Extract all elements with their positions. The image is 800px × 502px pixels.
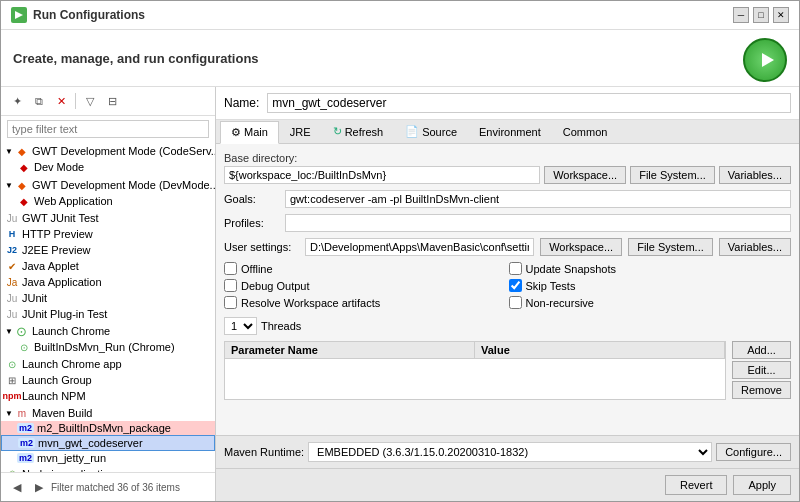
header: Create, manage, and run configurations [1, 30, 799, 87]
right-panel: Name: ⚙ Main JRE ↻ Refresh 📄 Source [216, 87, 799, 501]
close-button[interactable]: ✕ [773, 7, 789, 23]
add-param-button[interactable]: Add... [732, 341, 791, 359]
tree-item-builtindsmvn-run[interactable]: ⊙ BuiltInDsMvn_Run (Chrome) [1, 339, 215, 355]
configure-button[interactable]: Configure... [716, 443, 791, 461]
list-item: ▼ ◆ GWT Development Mode (CodeServ... ◆ … [1, 142, 215, 176]
form-area: Base directory: Workspace... File System… [216, 144, 799, 435]
tree-item-http[interactable]: H HTTP Preview [1, 226, 215, 242]
tree-item-launch-npm[interactable]: npm Launch NPM [1, 388, 215, 404]
source-tab-icon: 📄 [405, 125, 419, 138]
tree-label: JUnit Plug-in Test [22, 308, 107, 320]
param-name-header: Parameter Name [225, 342, 475, 358]
tree-item-junit-plugin[interactable]: Ju JUnit Plug-in Test [1, 306, 215, 322]
checkbox-resolve-workspace[interactable]: Resolve Workspace artifacts [224, 296, 507, 309]
tree-label: Java Application [22, 276, 102, 288]
filter-status: Filter matched 36 of 36 items [51, 482, 209, 493]
collapse-button[interactable]: ⊟ [102, 91, 122, 111]
run-button[interactable] [743, 38, 787, 82]
checkbox-non-recursive[interactable]: Non-recursive [509, 296, 792, 309]
base-dir-input[interactable] [224, 166, 540, 184]
tree-label: GWT JUnit Test [22, 212, 99, 224]
bottom-bar: Revert Apply [216, 468, 799, 501]
checkbox-update-snapshots[interactable]: Update Snapshots [509, 262, 792, 275]
next-button[interactable]: ▶ [29, 477, 49, 497]
checkbox-offline[interactable]: Offline [224, 262, 507, 275]
tree-item-launch-chrome[interactable]: ▼ ⊙ Launch Chrome [1, 323, 215, 339]
profiles-input[interactable] [285, 214, 791, 232]
main-tab-label: Main [244, 126, 268, 138]
tree-label: mvn_gwt_codeserver [38, 437, 143, 449]
filter-input[interactable] [7, 120, 209, 138]
minimize-button[interactable]: ─ [733, 7, 749, 23]
user-settings-input[interactable] [305, 238, 534, 256]
tab-main[interactable]: ⚙ Main [220, 121, 279, 144]
apply-button[interactable]: Apply [733, 475, 791, 495]
tree-item-gwt-codeserv[interactable]: ▼ ◆ GWT Development Mode (CodeServ... [1, 143, 215, 159]
edit-param-button[interactable]: Edit... [732, 361, 791, 379]
tree-label: Launch Chrome app [22, 358, 122, 370]
variables-button-2[interactable]: Variables... [719, 238, 791, 256]
tree-item-mvn-gwt-codeserver[interactable]: m2 mvn_gwt_codeserver [1, 435, 215, 451]
variables-button-1[interactable]: Variables... [719, 166, 791, 184]
skip-tests-checkbox[interactable] [509, 279, 522, 292]
config-tree: ▼ ◆ GWT Development Mode (CodeServ... ◆ … [1, 142, 215, 472]
threads-select[interactable]: 124 [224, 317, 257, 335]
common-tab-label: Common [563, 126, 608, 138]
tree-label: Java Applet [22, 260, 79, 272]
tree-item-java-applet[interactable]: ✔ Java Applet [1, 258, 215, 274]
params-table: Parameter Name Value [224, 341, 726, 400]
tab-refresh[interactable]: ↻ Refresh [322, 120, 395, 143]
name-input[interactable] [267, 93, 791, 113]
new-config-button[interactable]: ✦ [7, 91, 27, 111]
non-recursive-checkbox[interactable] [509, 296, 522, 309]
base-dir-label: Base directory: [224, 152, 791, 164]
workspace-button-2[interactable]: Workspace... [540, 238, 622, 256]
delete-button[interactable]: ✕ [51, 91, 71, 111]
left-footer: ◀ ▶ Filter matched 36 of 36 items [1, 472, 215, 501]
remove-param-button[interactable]: Remove [732, 381, 791, 399]
tree-item-java-app[interactable]: Ja Java Application [1, 274, 215, 290]
filesystem-button-2[interactable]: File System... [628, 238, 713, 256]
checkbox-debug-output[interactable]: Debug Output [224, 279, 507, 292]
offline-checkbox[interactable] [224, 262, 237, 275]
tree-item-launch-chrome-app[interactable]: ⊙ Launch Chrome app [1, 356, 215, 372]
tree-item-maven-build[interactable]: ▼ m Maven Build [1, 405, 215, 421]
param-value-header: Value [475, 342, 725, 358]
tree-item-j2ee[interactable]: J2 J2EE Preview [1, 242, 215, 258]
tree-item-gwt-devmode[interactable]: ▼ ◆ GWT Development Mode (DevMode... [1, 177, 215, 193]
separator [75, 93, 76, 109]
resolve-workspace-checkbox[interactable] [224, 296, 237, 309]
tree-label: HTTP Preview [22, 228, 93, 240]
tab-jre[interactable]: JRE [279, 121, 322, 143]
duplicate-button[interactable]: ⧉ [29, 91, 49, 111]
update-snapshots-checkbox[interactable] [509, 262, 522, 275]
tree-item-web-app[interactable]: ◆ Web Application [1, 193, 215, 209]
runtime-select[interactable]: EMBEDDED (3.6.3/1.15.0.20200310-1832) [308, 442, 712, 462]
workspace-button-1[interactable]: Workspace... [544, 166, 626, 184]
threads-row: 124 Threads [224, 317, 791, 335]
tab-common[interactable]: Common [552, 121, 619, 143]
environment-tab-label: Environment [479, 126, 541, 138]
main-content: ✦ ⧉ ✕ ▽ ⊟ ▼ ◆ GWT Development Mode (Code… [1, 87, 799, 501]
checkbox-skip-tests[interactable]: Skip Tests [509, 279, 792, 292]
refresh-tab-label: Refresh [345, 126, 384, 138]
profiles-group: Profiles: [224, 214, 791, 232]
tree-item-launch-group[interactable]: ⊞ Launch Group [1, 372, 215, 388]
tab-environment[interactable]: Environment [468, 121, 552, 143]
goals-input[interactable] [285, 190, 791, 208]
debug-output-checkbox[interactable] [224, 279, 237, 292]
prev-button[interactable]: ◀ [7, 477, 27, 497]
base-dir-group: Base directory: Workspace... File System… [224, 152, 791, 184]
filesystem-button-1[interactable]: File System... [630, 166, 715, 184]
run-configurations-window: Run Configurations ─ □ ✕ Create, manage,… [0, 0, 800, 502]
revert-button[interactable]: Revert [665, 475, 727, 495]
tree-item-m2-builtindsmvn[interactable]: m2 m2_BuiltInDsMvn_package [1, 421, 215, 435]
tree-item-junit[interactable]: Ju JUnit [1, 290, 215, 306]
main-tab-icon: ⚙ [231, 126, 241, 139]
tree-item-gwt-junit[interactable]: Ju GWT JUnit Test [1, 210, 215, 226]
tree-item-dev-mode[interactable]: ◆ Dev Mode [1, 159, 215, 175]
maximize-button[interactable]: □ [753, 7, 769, 23]
tree-item-mvn-jetty-run[interactable]: m2 mvn_jetty_run [1, 451, 215, 465]
tab-source[interactable]: 📄 Source [394, 120, 468, 143]
filter-button[interactable]: ▽ [80, 91, 100, 111]
